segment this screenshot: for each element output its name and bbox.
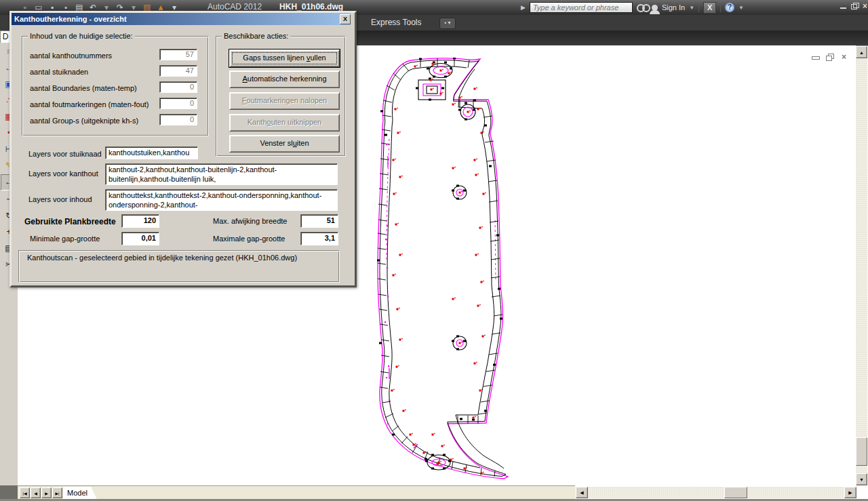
plank-joint-tick (401, 437, 408, 443)
layout-tab-bar: |◀ ◀ ▶ ▶| Model (18, 485, 575, 500)
red-number-marker (399, 132, 401, 133)
red-number-marker (393, 275, 395, 277)
vscroll-track[interactable] (856, 46, 867, 485)
vertical-scrollbar[interactable]: ▲ ▼ (856, 46, 867, 485)
hscroll-right-button[interactable]: ▶ (844, 487, 856, 498)
red-number-marker (393, 389, 395, 390)
plank-joint-tick (378, 279, 386, 280)
red-number-marker (459, 192, 461, 194)
venster-sluiten-button[interactable]: Venster sluiten (229, 135, 340, 153)
joint-blob (450, 68, 452, 70)
plank-joint-tick (378, 233, 386, 235)
drawing-restore-button[interactable] (825, 54, 834, 61)
joint-blob (380, 111, 383, 113)
automatische-herkenning-button[interactable]: Automatische herkenning (229, 71, 340, 88)
vscroll-thumb[interactable] (856, 437, 867, 466)
red-number-marker (442, 92, 443, 94)
plank-joint-tick (381, 143, 390, 144)
red-number-marker (401, 176, 403, 177)
count-field[interactable]: 0 (159, 98, 197, 109)
max-afwijking-field[interactable]: 51 (300, 214, 338, 228)
plank-joint-tick (487, 160, 496, 161)
min-gap-field[interactable]: 0,01 (121, 232, 159, 245)
help-dropdown-icon[interactable]: ▼ (738, 5, 744, 11)
red-number-marker (432, 63, 434, 65)
dialog-close-icon[interactable]: X (340, 14, 351, 24)
layers-stuiknaad-field[interactable]: kanthoutstuiken,kanthou (105, 146, 198, 159)
vscroll-up-button[interactable]: ▲ (856, 46, 867, 58)
count-field[interactable]: 0 (159, 81, 197, 93)
menu-item-express-tools[interactable]: Express Tools (371, 18, 421, 27)
dialog-title-bar[interactable]: Kanthoutherkenning - overzicht (12, 13, 351, 25)
red-number-marker (461, 342, 462, 343)
autocad-window: ▫▭▪▪▤↶▾↷▾▨▲▾ AutoCAD 2012HKH_01h06.dwg ▶… (0, 0, 868, 501)
red-number-marker (469, 111, 471, 112)
signin-dropdown-icon[interactable]: ▼ (689, 5, 694, 11)
search-binoculars-icon[interactable] (637, 3, 648, 12)
red-number-marker (485, 193, 486, 194)
joint-blob (453, 58, 456, 60)
hscroll-left-button[interactable]: ◀ (576, 487, 588, 498)
max-gap-label: Maximale gap-grootte (213, 235, 285, 243)
layers-kanthout-field[interactable]: kanthout-2,kanthout,kanthout-buitenlijn-… (105, 163, 338, 185)
drawing-minimize-button[interactable] (811, 54, 820, 61)
vscroll-down-button[interactable]: ▼ (856, 473, 867, 485)
signin-button[interactable]: Sign In (662, 3, 685, 12)
red-number-marker (438, 462, 440, 464)
red-number-marker (452, 167, 454, 169)
joint-blob (458, 109, 461, 111)
red-number-marker (461, 191, 462, 193)
exchange-apps-icon[interactable]: X (703, 2, 716, 14)
red-number-marker (413, 444, 415, 446)
red-number-marker (483, 472, 484, 473)
minimize-button[interactable] (840, 3, 847, 9)
red-number-marker (405, 409, 406, 411)
layers-inhoud-field[interactable]: kanthouttekst,kanthouttekst-2,kanthout-o… (105, 189, 338, 211)
min-gap-label: Minimale gap-grootte (30, 235, 100, 243)
red-number-marker (479, 390, 481, 392)
red-number-marker (440, 93, 442, 95)
horizontal-scrollbar[interactable]: ◀ ▶ (575, 487, 856, 499)
hscroll-thumb[interactable] (724, 487, 747, 498)
red-number-marker (412, 433, 413, 435)
dialog-title: Kanthoutherkenning - overzicht (14, 15, 127, 23)
ribbon-collapse-button[interactable]: ▪ ▾ (439, 18, 456, 29)
magenta-dot (388, 365, 389, 367)
search-input[interactable] (530, 2, 633, 13)
red-number-marker (475, 254, 477, 256)
red-number-marker (483, 132, 484, 133)
joint-blob (392, 434, 395, 436)
count-field[interactable]: 47 (159, 65, 197, 77)
close-button[interactable]: × (863, 3, 868, 9)
joint-blob (444, 76, 447, 78)
gaps-vullen-button[interactable]: Gaps tussen lijnen vullen (229, 49, 340, 67)
kanthouten-uitknippen-button: Kanthouten uitknippen (229, 114, 340, 132)
help-icon[interactable]: ? (725, 3, 734, 12)
red-number-marker (452, 104, 454, 106)
plank-joint-tick (378, 248, 386, 249)
layers-label: Layers voor kanthout (28, 169, 98, 178)
max-afwijking-label: Max. afwijking breedte (213, 217, 287, 225)
hscroll-track[interactable] (575, 487, 856, 498)
joint-blob (431, 468, 434, 470)
drawing-close-button[interactable]: × (840, 54, 848, 61)
red-number-marker (479, 227, 481, 229)
tab-nav-next-button[interactable]: ▶ (41, 487, 52, 498)
plank-joint-tick (452, 462, 453, 469)
count-field[interactable]: 0 (159, 114, 197, 125)
joint-blob (465, 119, 467, 121)
tab-nav-first-button[interactable]: |◀ (20, 487, 30, 498)
tab-model[interactable]: Model (63, 487, 97, 500)
red-number-marker (430, 79, 432, 81)
tab-nav-last-button[interactable]: ▶| (52, 487, 62, 498)
infocenter-expand-icon[interactable]: ▶ (521, 4, 526, 11)
max-gap-field[interactable]: 3,1 (300, 232, 338, 245)
infocenter: ▶ Sign In ▼ X ? ▼ (521, 0, 744, 15)
red-number-marker (476, 362, 477, 363)
magenta-dot (389, 399, 390, 401)
red-number-marker (474, 88, 476, 90)
count-field[interactable]: 57 (159, 49, 197, 60)
restore-button[interactable] (851, 3, 859, 9)
plankbreedte-field[interactable]: 120 (121, 214, 159, 228)
tab-nav-prev-button[interactable]: ◀ (31, 487, 41, 498)
